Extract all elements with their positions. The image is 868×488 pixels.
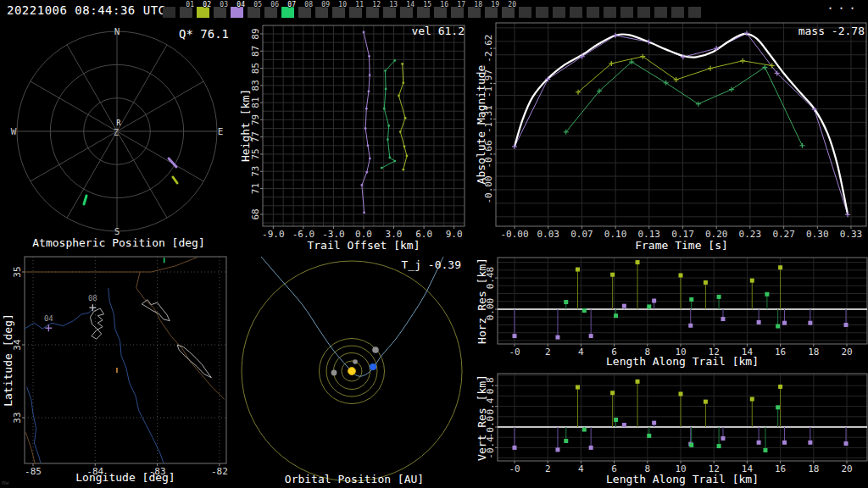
sun [348,368,356,375]
meteor-dashboard: 20221006 08:44:36 UTC 010203040506070809… [0,0,868,488]
x-tick-label: -85 [25,466,42,477]
station-box-blank[interactable] [570,7,582,18]
station-box-08[interactable]: 08 [298,7,311,18]
stem-marker-station-04 [555,447,559,452]
station-number: 18 [474,2,482,8]
plot-frame [496,23,866,226]
station-box-blank[interactable] [688,7,701,18]
panel-horizontal-residuals: -024681012141618200.480.00 Length Along … [475,254,868,371]
station-box-09[interactable]: 09 [315,7,328,18]
stem-marker-station-04 [555,336,559,340]
station-box-03[interactable]: 03 [214,7,226,18]
stem-marker-station-04 [622,423,626,427]
stem-marker-station-02 [636,260,640,264]
x-tick-label: 16 [775,463,786,474]
station-box-05[interactable]: 05 [248,7,260,18]
stem-marker-station-04 [782,321,787,325]
station-number: 09 [321,2,330,8]
station-box-12[interactable]: 12 [366,7,379,18]
stem-marker-station-07 [763,448,767,452]
overflow-menu-icon[interactable]: ... [826,0,860,13]
station-number: 05 [253,2,262,8]
orbital-xlabel: Orbital Position [AU] [285,473,424,485]
station-box-02[interactable]: 02 [197,7,209,18]
x-tick-label: 18 [808,347,819,358]
x-tick-label: -9.0 [262,229,285,240]
station-number: 17 [457,2,465,8]
station-box-blank[interactable] [519,7,531,18]
polar-spoke [31,81,117,131]
station-box-06[interactable]: 06 [264,7,277,18]
stem-marker-station-07 [717,444,721,448]
x-tick-label: 0.33 [840,229,863,240]
station-box-blank[interactable] [637,7,650,18]
station-box-13[interactable]: 13 [383,7,396,18]
station-box-14[interactable]: 14 [400,7,413,18]
y-tick-label: 68 [250,208,261,219]
stem-marker-station-02 [778,385,782,389]
stem-marker-station-04 [757,320,761,324]
trail-ylabel: Height [km] [239,89,252,162]
velocity-value: vel 61.2 [411,25,465,37]
station-number: 06 [270,2,279,8]
station-box-01[interactable]: 01 [180,7,192,18]
station-box-blank[interactable] [671,7,684,18]
stem-marker-station-07 [647,434,651,438]
station-box-blank[interactable] [604,7,616,18]
planet-mercury [353,359,358,364]
station-marker-label: 08 [88,294,97,302]
x-tick-label: 4 [578,347,584,358]
urban-area [90,308,103,339]
station-number: 08 [304,2,313,8]
station-box-10[interactable]: 10 [332,7,345,18]
x-tick-label: -0 [509,347,520,358]
station-number: 10 [338,2,347,8]
tisserand-value: T_j -0.39 [402,258,461,271]
stem-marker-station-04 [721,317,725,321]
x-tick-label: -82 [211,466,228,477]
stem-marker-station-07 [614,313,618,318]
station-box-blank[interactable] [654,7,667,18]
station-box-blank[interactable] [163,7,175,18]
station-box-15[interactable]: 15 [417,7,430,18]
stem-marker-station-07 [717,295,721,299]
station-box-18[interactable]: 18 [468,7,481,18]
station-box-17[interactable]: 17 [451,7,464,18]
station-box-04[interactable]: 04 [231,7,243,18]
x-tick-label: 0.10 [604,229,627,240]
station-box-20[interactable]: 20 [502,7,515,18]
meteor-track-station-02 [173,177,177,183]
y-tick-label: 81 [250,97,261,108]
station-box-blank[interactable] [536,7,548,18]
line-station-07 [566,62,803,146]
stem-marker-station-07 [776,405,780,409]
station-box-19[interactable]: 19 [485,7,498,18]
x-tick-label: 0.30 [806,229,829,240]
stem-marker-station-04 [782,441,787,445]
stem-marker-station-07 [776,324,780,329]
vert-residuals-plot: -024681012141618200.80.4-0.0-0.4 [475,371,868,488]
y-tick-label: 79 [250,114,261,125]
x-tick-label: 20 [841,347,852,358]
polar-spoke [117,131,203,181]
panel-vertical-residuals: -024681012141618200.80.4-0.0-0.4 Length … [475,371,868,488]
panel-atmospheric-position: NSEWRZ Q* 76.1 Atmospheric Position [deg… [0,20,237,254]
panel-orbital-position: T_j -0.39 Orbital Position [AU] [237,254,475,488]
station-box-07[interactable]: 07 [281,7,294,18]
station-number: 19 [491,2,499,8]
stem-marker-station-04 [808,321,812,325]
station-box-blank[interactable] [587,7,599,18]
x-tick-label: 16 [775,347,786,358]
station-box-11[interactable]: 11 [349,7,362,18]
meteor-track-station-07 [84,196,86,204]
q-star-value: Q* 76.1 [179,27,229,41]
station-box-blank[interactable] [553,7,565,18]
x-tick-label: 0.27 [772,229,795,240]
y-tick-label: 87 [250,46,261,57]
y-tick-label: 83 [250,80,261,91]
stem-marker-station-04 [589,446,593,450]
stem-marker-station-04 [622,304,626,308]
y-tick-label: 33 [12,412,23,423]
station-box-blank[interactable] [620,7,633,18]
station-box-16[interactable]: 16 [434,7,447,18]
